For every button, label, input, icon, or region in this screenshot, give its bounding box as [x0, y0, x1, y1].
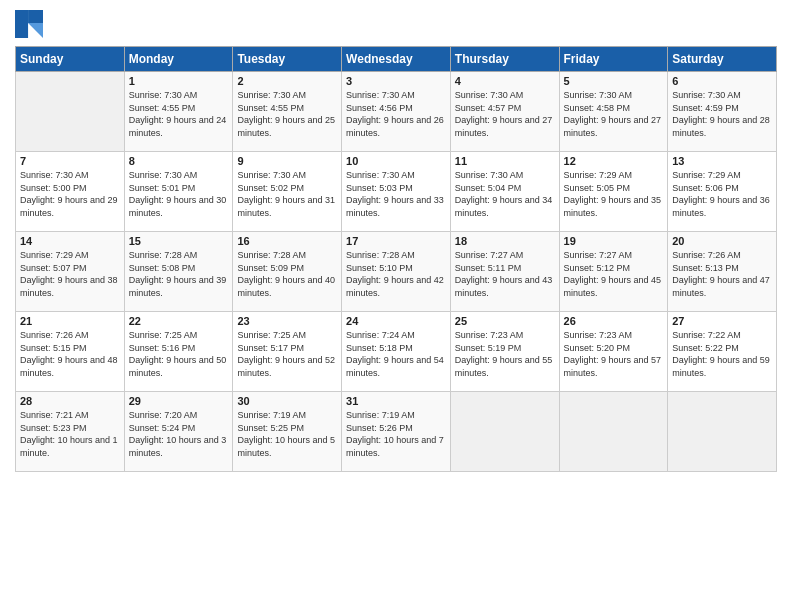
day-info: Sunrise: 7:19 AMSunset: 5:25 PMDaylight:…	[237, 409, 337, 459]
calendar-cell	[559, 392, 668, 472]
day-info: Sunrise: 7:20 AMSunset: 5:24 PMDaylight:…	[129, 409, 229, 459]
calendar-cell: 30Sunrise: 7:19 AMSunset: 5:25 PMDayligh…	[233, 392, 342, 472]
calendar-cell	[16, 72, 125, 152]
calendar-week-1: 1Sunrise: 7:30 AMSunset: 4:55 PMDaylight…	[16, 72, 777, 152]
calendar-cell: 17Sunrise: 7:28 AMSunset: 5:10 PMDayligh…	[342, 232, 451, 312]
calendar-week-4: 21Sunrise: 7:26 AMSunset: 5:15 PMDayligh…	[16, 312, 777, 392]
day-header-friday: Friday	[559, 47, 668, 72]
calendar-cell: 10Sunrise: 7:30 AMSunset: 5:03 PMDayligh…	[342, 152, 451, 232]
day-number: 5	[564, 75, 664, 87]
day-header-monday: Monday	[124, 47, 233, 72]
day-info: Sunrise: 7:29 AMSunset: 5:06 PMDaylight:…	[672, 169, 772, 219]
day-info: Sunrise: 7:21 AMSunset: 5:23 PMDaylight:…	[20, 409, 120, 459]
calendar-cell: 13Sunrise: 7:29 AMSunset: 5:06 PMDayligh…	[668, 152, 777, 232]
calendar-cell: 7Sunrise: 7:30 AMSunset: 5:00 PMDaylight…	[16, 152, 125, 232]
day-info: Sunrise: 7:27 AMSunset: 5:12 PMDaylight:…	[564, 249, 664, 299]
day-info: Sunrise: 7:30 AMSunset: 4:55 PMDaylight:…	[129, 89, 229, 139]
calendar-table: SundayMondayTuesdayWednesdayThursdayFrid…	[15, 46, 777, 472]
calendar-week-3: 14Sunrise: 7:29 AMSunset: 5:07 PMDayligh…	[16, 232, 777, 312]
calendar-cell: 31Sunrise: 7:19 AMSunset: 5:26 PMDayligh…	[342, 392, 451, 472]
calendar-cell	[668, 392, 777, 472]
day-number: 17	[346, 235, 446, 247]
day-info: Sunrise: 7:19 AMSunset: 5:26 PMDaylight:…	[346, 409, 446, 459]
day-info: Sunrise: 7:25 AMSunset: 5:17 PMDaylight:…	[237, 329, 337, 379]
calendar-cell: 20Sunrise: 7:26 AMSunset: 5:13 PMDayligh…	[668, 232, 777, 312]
header	[15, 10, 777, 38]
calendar-cell: 15Sunrise: 7:28 AMSunset: 5:08 PMDayligh…	[124, 232, 233, 312]
day-info: Sunrise: 7:28 AMSunset: 5:09 PMDaylight:…	[237, 249, 337, 299]
calendar-cell: 24Sunrise: 7:24 AMSunset: 5:18 PMDayligh…	[342, 312, 451, 392]
day-number: 29	[129, 395, 229, 407]
day-number: 15	[129, 235, 229, 247]
day-number: 7	[20, 155, 120, 167]
calendar-cell: 21Sunrise: 7:26 AMSunset: 5:15 PMDayligh…	[16, 312, 125, 392]
calendar-cell: 14Sunrise: 7:29 AMSunset: 5:07 PMDayligh…	[16, 232, 125, 312]
day-number: 30	[237, 395, 337, 407]
day-number: 25	[455, 315, 555, 327]
day-info: Sunrise: 7:26 AMSunset: 5:15 PMDaylight:…	[20, 329, 120, 379]
calendar-cell: 4Sunrise: 7:30 AMSunset: 4:57 PMDaylight…	[450, 72, 559, 152]
day-info: Sunrise: 7:28 AMSunset: 5:10 PMDaylight:…	[346, 249, 446, 299]
calendar-header-row: SundayMondayTuesdayWednesdayThursdayFrid…	[16, 47, 777, 72]
calendar-cell: 9Sunrise: 7:30 AMSunset: 5:02 PMDaylight…	[233, 152, 342, 232]
calendar-cell	[450, 392, 559, 472]
day-info: Sunrise: 7:30 AMSunset: 5:01 PMDaylight:…	[129, 169, 229, 219]
calendar-cell: 23Sunrise: 7:25 AMSunset: 5:17 PMDayligh…	[233, 312, 342, 392]
day-info: Sunrise: 7:26 AMSunset: 5:13 PMDaylight:…	[672, 249, 772, 299]
day-header-thursday: Thursday	[450, 47, 559, 72]
day-header-sunday: Sunday	[16, 47, 125, 72]
calendar-cell: 27Sunrise: 7:22 AMSunset: 5:22 PMDayligh…	[668, 312, 777, 392]
logo-icon	[15, 10, 43, 38]
page: SundayMondayTuesdayWednesdayThursdayFrid…	[0, 0, 792, 612]
calendar-cell: 26Sunrise: 7:23 AMSunset: 5:20 PMDayligh…	[559, 312, 668, 392]
day-info: Sunrise: 7:23 AMSunset: 5:20 PMDaylight:…	[564, 329, 664, 379]
day-info: Sunrise: 7:30 AMSunset: 4:57 PMDaylight:…	[455, 89, 555, 139]
svg-rect-0	[15, 10, 28, 38]
calendar-cell: 11Sunrise: 7:30 AMSunset: 5:04 PMDayligh…	[450, 152, 559, 232]
day-info: Sunrise: 7:29 AMSunset: 5:07 PMDaylight:…	[20, 249, 120, 299]
day-number: 16	[237, 235, 337, 247]
day-number: 12	[564, 155, 664, 167]
day-info: Sunrise: 7:30 AMSunset: 4:59 PMDaylight:…	[672, 89, 772, 139]
day-number: 1	[129, 75, 229, 87]
day-header-saturday: Saturday	[668, 47, 777, 72]
day-number: 2	[237, 75, 337, 87]
calendar-cell: 19Sunrise: 7:27 AMSunset: 5:12 PMDayligh…	[559, 232, 668, 312]
day-number: 28	[20, 395, 120, 407]
day-info: Sunrise: 7:30 AMSunset: 4:55 PMDaylight:…	[237, 89, 337, 139]
day-number: 10	[346, 155, 446, 167]
day-info: Sunrise: 7:22 AMSunset: 5:22 PMDaylight:…	[672, 329, 772, 379]
day-number: 6	[672, 75, 772, 87]
calendar-cell: 2Sunrise: 7:30 AMSunset: 4:55 PMDaylight…	[233, 72, 342, 152]
calendar-cell: 3Sunrise: 7:30 AMSunset: 4:56 PMDaylight…	[342, 72, 451, 152]
day-info: Sunrise: 7:27 AMSunset: 5:11 PMDaylight:…	[455, 249, 555, 299]
logo	[15, 10, 47, 38]
day-info: Sunrise: 7:25 AMSunset: 5:16 PMDaylight:…	[129, 329, 229, 379]
calendar-cell: 8Sunrise: 7:30 AMSunset: 5:01 PMDaylight…	[124, 152, 233, 232]
calendar-cell: 16Sunrise: 7:28 AMSunset: 5:09 PMDayligh…	[233, 232, 342, 312]
calendar-week-5: 28Sunrise: 7:21 AMSunset: 5:23 PMDayligh…	[16, 392, 777, 472]
calendar-cell: 5Sunrise: 7:30 AMSunset: 4:58 PMDaylight…	[559, 72, 668, 152]
calendar-week-2: 7Sunrise: 7:30 AMSunset: 5:00 PMDaylight…	[16, 152, 777, 232]
calendar-cell: 18Sunrise: 7:27 AMSunset: 5:11 PMDayligh…	[450, 232, 559, 312]
day-info: Sunrise: 7:24 AMSunset: 5:18 PMDaylight:…	[346, 329, 446, 379]
day-number: 13	[672, 155, 772, 167]
day-number: 9	[237, 155, 337, 167]
calendar-cell: 12Sunrise: 7:29 AMSunset: 5:05 PMDayligh…	[559, 152, 668, 232]
day-info: Sunrise: 7:30 AMSunset: 4:58 PMDaylight:…	[564, 89, 664, 139]
svg-marker-2	[28, 23, 43, 38]
day-number: 4	[455, 75, 555, 87]
day-number: 24	[346, 315, 446, 327]
calendar-body: 1Sunrise: 7:30 AMSunset: 4:55 PMDaylight…	[16, 72, 777, 472]
day-info: Sunrise: 7:28 AMSunset: 5:08 PMDaylight:…	[129, 249, 229, 299]
day-number: 20	[672, 235, 772, 247]
day-number: 11	[455, 155, 555, 167]
calendar-cell: 28Sunrise: 7:21 AMSunset: 5:23 PMDayligh…	[16, 392, 125, 472]
day-number: 31	[346, 395, 446, 407]
day-number: 21	[20, 315, 120, 327]
day-header-tuesday: Tuesday	[233, 47, 342, 72]
calendar-cell: 6Sunrise: 7:30 AMSunset: 4:59 PMDaylight…	[668, 72, 777, 152]
svg-rect-1	[28, 10, 43, 23]
day-info: Sunrise: 7:30 AMSunset: 5:00 PMDaylight:…	[20, 169, 120, 219]
day-info: Sunrise: 7:30 AMSunset: 5:04 PMDaylight:…	[455, 169, 555, 219]
